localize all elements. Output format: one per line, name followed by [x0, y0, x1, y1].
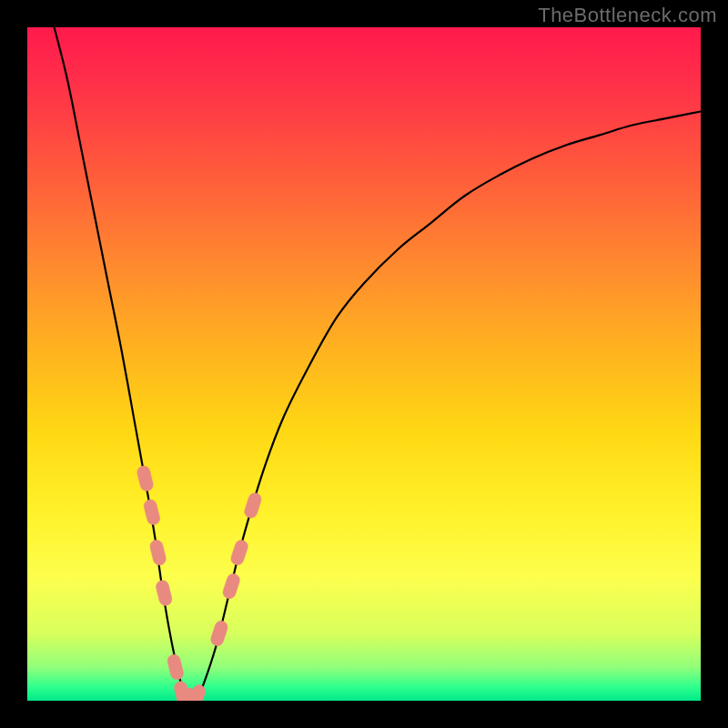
curve-marker — [148, 539, 167, 567]
curve-marker — [143, 499, 161, 527]
curve-marker — [229, 539, 249, 567]
curve-marker — [136, 465, 154, 493]
chart-frame: TheBottleneck.com — [0, 0, 728, 728]
curve-marker — [167, 653, 185, 682]
bottleneck-curve — [55, 27, 701, 701]
curve-marker — [155, 579, 173, 607]
curve-marker — [221, 572, 241, 601]
plot-area — [27, 27, 701, 701]
curve-marker — [209, 620, 229, 648]
marker-group — [136, 465, 263, 701]
curve-layer — [27, 27, 701, 701]
watermark-text: TheBottleneck.com — [538, 4, 717, 27]
curve-marker — [243, 491, 263, 520]
